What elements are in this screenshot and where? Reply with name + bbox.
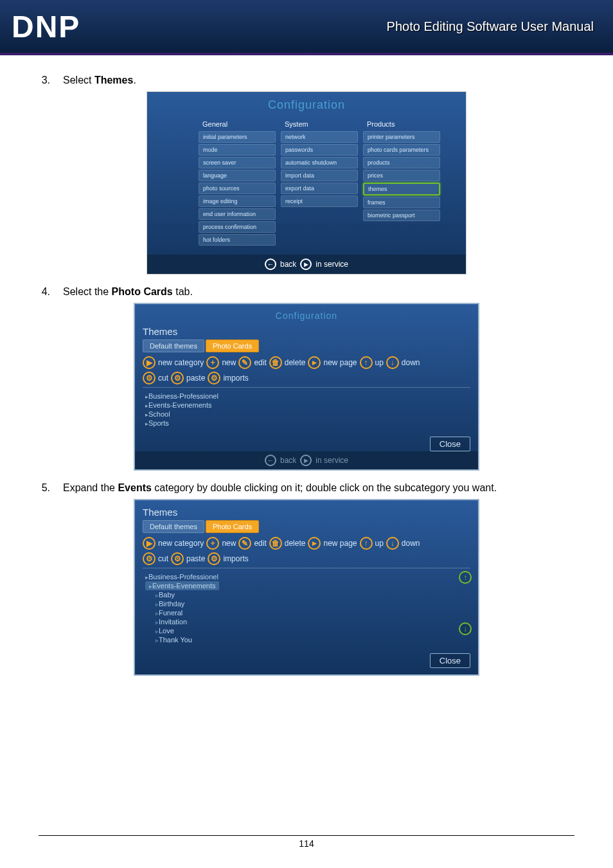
- up-label[interactable]: up: [375, 539, 384, 548]
- config-item-process-confirmation[interactable]: process confirmation: [199, 221, 276, 233]
- subcat-baby[interactable]: Baby: [155, 590, 470, 599]
- tag-icon[interactable]: ▶: [143, 537, 155, 550]
- imports-label[interactable]: imports: [223, 374, 248, 383]
- back-label[interactable]: back: [280, 456, 296, 465]
- cut-label[interactable]: cut: [158, 554, 168, 563]
- tab-default-themes[interactable]: Default themes: [143, 339, 204, 352]
- plus-icon[interactable]: +: [206, 537, 219, 550]
- edit-label[interactable]: edit: [254, 539, 266, 548]
- text-fragment: tab.: [173, 286, 193, 297]
- scroll-down-icon[interactable]: ↓: [459, 622, 472, 635]
- back-icon[interactable]: ←: [265, 455, 276, 466]
- play-icon[interactable]: ►: [300, 455, 312, 466]
- config-item-themes[interactable]: themes: [363, 183, 440, 195]
- tab-default-themes[interactable]: Default themes: [143, 520, 204, 533]
- new-page-label[interactable]: new page: [323, 539, 357, 548]
- config-item-photo-cards-parameters[interactable]: photo cards parameters: [363, 144, 440, 156]
- cat-events[interactable]: Events-Evenements: [145, 401, 470, 410]
- config-item-prices[interactable]: prices: [363, 170, 440, 181]
- page-footer: 114: [39, 835, 574, 849]
- cat-business[interactable]: Business-Professionel: [145, 572, 470, 581]
- config-item-export-data[interactable]: export data: [281, 183, 358, 194]
- subcat-birthday[interactable]: Birthday: [155, 599, 470, 608]
- config-item-frames[interactable]: frames: [363, 197, 440, 208]
- arrow-up-icon[interactable]: ↑: [360, 356, 373, 369]
- arrow-down-icon[interactable]: ↓: [386, 356, 399, 369]
- config-item-receipt[interactable]: receipt: [281, 195, 358, 207]
- cat-business[interactable]: Business-Professionel: [145, 392, 470, 401]
- config-item-end-user-information[interactable]: end user information: [199, 208, 276, 220]
- edit-label[interactable]: edit: [254, 358, 266, 367]
- pencil-icon[interactable]: ✎: [238, 356, 251, 369]
- close-button[interactable]: Close: [430, 653, 470, 668]
- tab-photo-cards[interactable]: Photo Cards: [206, 520, 259, 533]
- in-service-label[interactable]: in service: [315, 260, 348, 269]
- manual-title: Photo Editing Software User Manual: [387, 19, 594, 34]
- tag-icon[interactable]: ▶: [143, 356, 155, 369]
- back-icon[interactable]: ←: [265, 258, 276, 270]
- delete-label[interactable]: delete: [285, 539, 306, 548]
- scroll-up-icon[interactable]: ↑: [459, 571, 472, 584]
- config-column-general: General initial parameters mode screen s…: [199, 118, 276, 246]
- themes-config-title: Configuration: [143, 311, 470, 321]
- config-item-import-data[interactable]: import data: [281, 170, 358, 181]
- cut-label[interactable]: cut: [158, 374, 168, 383]
- new-category-label[interactable]: new category: [158, 358, 204, 367]
- pencil-icon[interactable]: ✎: [238, 537, 251, 550]
- config-item-passwords[interactable]: passwords: [281, 144, 358, 156]
- screenshot-themes-tabs: Configuration Themes Default themes Phot…: [134, 303, 479, 471]
- config-item-products[interactable]: products: [363, 157, 440, 168]
- new-page-label[interactable]: new page: [323, 358, 357, 367]
- play-icon[interactable]: ►: [308, 537, 321, 550]
- imports-label[interactable]: imports: [223, 554, 248, 563]
- subcat-invitation[interactable]: Invitation: [155, 617, 470, 626]
- config-item-screen-saver[interactable]: screen saver: [199, 157, 276, 168]
- category-list-expanded: Business-Professionel Events-Evenements …: [143, 571, 470, 651]
- gear-icon[interactable]: ⚙: [208, 552, 220, 565]
- new-label[interactable]: new: [222, 358, 236, 367]
- cat-school[interactable]: School: [145, 410, 470, 419]
- down-label[interactable]: down: [402, 539, 420, 548]
- divider: [143, 387, 470, 388]
- config-item-network[interactable]: network: [281, 131, 358, 143]
- config-item-hot-folders[interactable]: hot folders: [199, 234, 276, 246]
- tab-photo-cards[interactable]: Photo Cards: [206, 339, 259, 352]
- plus-icon[interactable]: +: [206, 356, 219, 369]
- trash-icon[interactable]: 🗑: [269, 537, 282, 550]
- cat-sports[interactable]: Sports: [145, 419, 470, 428]
- play-icon[interactable]: ►: [308, 356, 321, 369]
- delete-label[interactable]: delete: [285, 358, 306, 367]
- gear-icon[interactable]: ⚙: [171, 552, 184, 565]
- config-item-biometric-passport[interactable]: biometric passport: [363, 210, 440, 221]
- up-label[interactable]: up: [375, 358, 384, 367]
- config-item-mode[interactable]: mode: [199, 144, 276, 156]
- config-item-initial-parameters[interactable]: initial parameters: [199, 131, 276, 143]
- config-item-photo-sources[interactable]: photo sources: [199, 183, 276, 194]
- new-label[interactable]: new: [222, 539, 236, 548]
- config-item-automatic-shutdown[interactable]: automatic shutdown: [281, 157, 358, 168]
- subcat-thank-you[interactable]: Thank You: [155, 635, 470, 644]
- arrow-down-icon[interactable]: ↓: [386, 537, 399, 550]
- config-item-image-editing[interactable]: image editing: [199, 195, 276, 207]
- paste-label[interactable]: paste: [186, 374, 205, 383]
- subcat-funeral[interactable]: Funeral: [155, 608, 470, 617]
- back-label[interactable]: back: [280, 260, 296, 269]
- play-icon[interactable]: ►: [300, 258, 312, 270]
- trash-icon[interactable]: 🗑: [269, 356, 282, 369]
- gear-icon[interactable]: ⚙: [143, 372, 155, 384]
- arrow-up-icon[interactable]: ↑: [360, 537, 373, 550]
- cat-events-selected[interactable]: Events-Evenements: [145, 581, 219, 590]
- subcat-love[interactable]: Love: [155, 626, 470, 635]
- step-3: 3. Select Themes. Configuration General …: [39, 75, 574, 275]
- page-number: 114: [299, 838, 314, 849]
- close-button[interactable]: Close: [430, 437, 470, 451]
- down-label[interactable]: down: [402, 358, 420, 367]
- config-item-printer-parameters[interactable]: printer parameters: [363, 131, 440, 143]
- gear-icon[interactable]: ⚙: [171, 372, 184, 384]
- gear-icon[interactable]: ⚙: [208, 372, 220, 384]
- gear-icon[interactable]: ⚙: [143, 552, 155, 565]
- config-item-language[interactable]: language: [199, 170, 276, 181]
- in-service-label[interactable]: in service: [315, 456, 348, 465]
- new-category-label[interactable]: new category: [158, 539, 204, 548]
- paste-label[interactable]: paste: [186, 554, 205, 563]
